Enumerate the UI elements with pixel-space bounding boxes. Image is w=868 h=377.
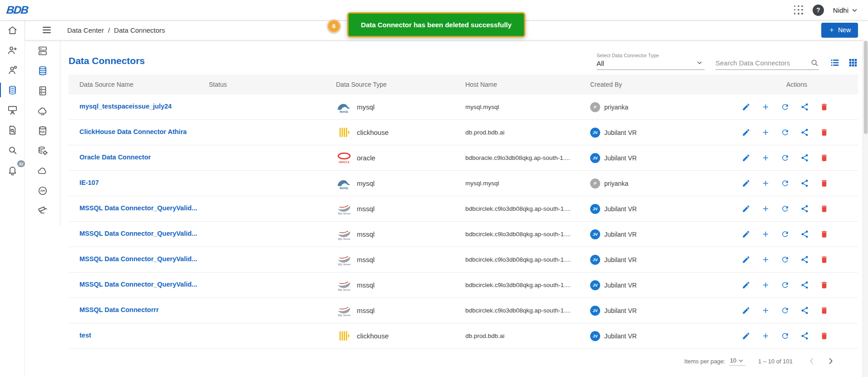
add-button[interactable] [759, 253, 772, 267]
share-button[interactable] [798, 177, 811, 190]
share-button[interactable] [798, 278, 811, 292]
cloud-icon[interactable] [34, 163, 52, 179]
edit-button[interactable] [739, 253, 753, 267]
share-button[interactable] [798, 304, 811, 317]
search-magnifier-icon[interactable] [3, 141, 21, 159]
connector-name-link[interactable]: MSSQL Data Connector_QueryValid... [79, 204, 197, 212]
add-button[interactable] [759, 329, 772, 343]
edit-button[interactable] [739, 177, 753, 190]
actions-cell [735, 228, 858, 241]
add-button[interactable] [759, 278, 772, 292]
connector-name-link[interactable]: ClickHouse Data Connector Athira [79, 128, 187, 135]
apps-grid-icon[interactable] [794, 5, 804, 15]
reload-button[interactable] [778, 228, 792, 241]
bdb-logo[interactable]: BDB [6, 4, 29, 16]
list-view-icon[interactable] [830, 58, 840, 68]
database-gear-icon[interactable] [34, 143, 52, 159]
edit-button[interactable] [739, 100, 753, 114]
share-button[interactable] [798, 228, 811, 241]
search-input[interactable] [715, 59, 810, 67]
add-button[interactable] [759, 100, 772, 114]
add-button[interactable] [759, 202, 772, 216]
share-button[interactable] [798, 329, 811, 343]
document-search-icon[interactable] [3, 121, 21, 139]
next-page-button[interactable] [824, 355, 837, 367]
reload-button[interactable] [778, 253, 792, 267]
sql-database-icon[interactable] [34, 123, 52, 139]
connector-name-link[interactable]: MSSQL Data Connector_QueryValid... [79, 281, 197, 288]
server-rack-icon[interactable] [34, 83, 52, 99]
connector-name-link[interactable]: test [79, 332, 91, 339]
delete-button[interactable] [817, 151, 831, 165]
edit-button[interactable] [739, 228, 753, 241]
trash-icon [820, 128, 829, 137]
reload-button[interactable] [778, 151, 792, 165]
delete-button[interactable] [817, 100, 831, 114]
reload-button[interactable] [778, 304, 792, 317]
reload-button[interactable] [778, 100, 792, 114]
breadcrumb-data-center[interactable]: Data Center [67, 26, 104, 34]
previous-page-button[interactable] [805, 355, 818, 367]
delete-button[interactable] [817, 253, 831, 267]
grid-view-icon[interactable] [848, 58, 858, 68]
hamburger-menu-icon[interactable] [41, 25, 52, 35]
cloud-database-icon[interactable] [34, 103, 52, 119]
scrollbar-thumb[interactable] [864, 41, 868, 134]
scrollbar[interactable] [863, 40, 868, 377]
add-button[interactable] [759, 151, 772, 165]
connector-name-link[interactable]: MSSQL Data Connectorrr [79, 306, 159, 313]
reload-button[interactable] [778, 126, 792, 139]
delete-button[interactable] [817, 304, 831, 317]
share-icon [800, 332, 809, 340]
data-connectors-icon[interactable] [34, 63, 52, 79]
delete-button[interactable] [817, 278, 831, 292]
help-icon[interactable] [813, 5, 824, 16]
search-icon[interactable] [810, 58, 819, 67]
share-button[interactable] [798, 126, 811, 139]
reload-button[interactable] [778, 202, 792, 216]
edit-button[interactable] [739, 126, 753, 139]
edit-button[interactable] [739, 304, 753, 317]
delete-button[interactable] [817, 177, 831, 190]
home-icon[interactable] [3, 21, 21, 39]
add-button[interactable] [759, 126, 772, 139]
connector-name-link[interactable]: Oracle Data Connector [79, 154, 151, 161]
new-button[interactable]: New [821, 23, 858, 38]
connector-type-select[interactable]: Select Data Connector Type All [597, 53, 705, 70]
connector-name-link[interactable]: MSSQL Data Connector_QueryValid... [79, 230, 197, 237]
items-per-page-select[interactable]: 10 [729, 357, 745, 366]
add-button[interactable] [759, 304, 772, 317]
add-button[interactable] [759, 228, 772, 241]
share-button[interactable] [798, 151, 811, 165]
edit-button[interactable] [739, 202, 753, 216]
share-button[interactable] [798, 100, 811, 114]
delete-button[interactable] [817, 228, 831, 241]
monitor-user-icon[interactable] [3, 101, 21, 119]
host-cell: bdbcirclek.c9lo3db08qkg.ap-south-1.... [465, 307, 590, 314]
cctv-camera-icon[interactable] [34, 203, 52, 219]
delete-button[interactable] [817, 329, 831, 343]
notifications-bell-icon[interactable]: 32 [3, 161, 21, 179]
user-badge-icon[interactable] [3, 61, 21, 79]
api-icon[interactable] [34, 183, 52, 199]
reload-button[interactable] [778, 278, 792, 292]
edit-button[interactable] [739, 151, 753, 165]
edit-button[interactable] [739, 278, 753, 292]
connector-name-link[interactable]: MSSQL Data Connector_QueryValid... [79, 255, 197, 263]
user-plus-icon[interactable] [3, 41, 21, 59]
delete-button[interactable] [817, 202, 831, 216]
connector-name-link[interactable]: IE-107 [79, 179, 99, 186]
servers-icon[interactable] [34, 43, 52, 59]
reload-button[interactable] [778, 177, 792, 190]
reload-button[interactable] [778, 329, 792, 343]
user-menu[interactable]: Nidhi [833, 6, 859, 15]
add-button[interactable] [759, 177, 772, 190]
connector-name-link[interactable]: mysql_testspaceissue_july24 [79, 103, 172, 110]
share-button[interactable] [798, 253, 811, 267]
refresh-icon [781, 230, 789, 238]
edit-button[interactable] [739, 329, 753, 343]
share-button[interactable] [798, 202, 811, 216]
clickhouse-icon [336, 330, 352, 342]
data-center-database-icon[interactable] [3, 81, 21, 99]
delete-button[interactable] [817, 126, 831, 139]
